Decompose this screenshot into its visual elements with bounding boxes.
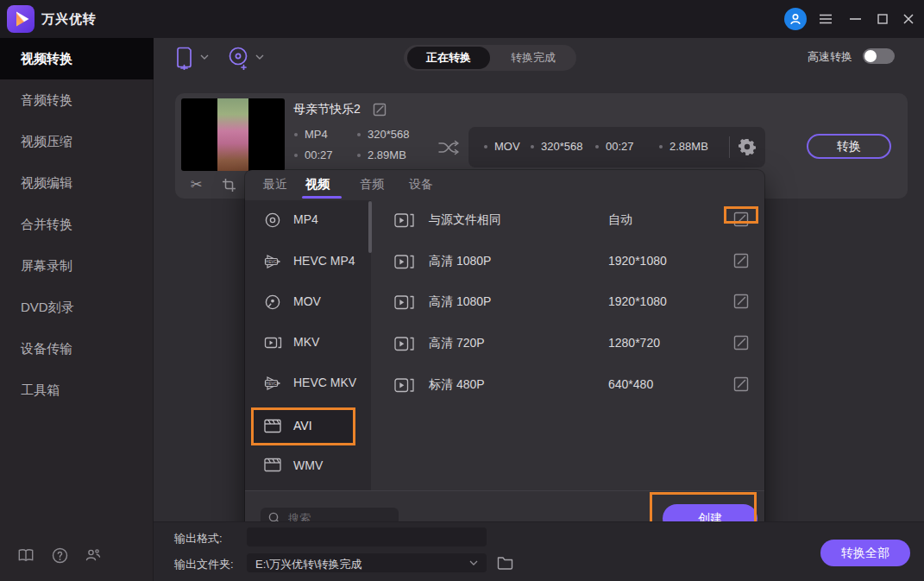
sidebar-item-toolbox[interactable]: 工具箱 [0,369,154,411]
target-duration: 00:27 [595,140,634,153]
app-window: 万兴优转 视频转换 音频转换 视频压缩 视频编辑 合并转换 屏幕录制 DVD刻录… [0,0,924,581]
target-size: 2.88MB [659,140,708,153]
disc-icon [264,212,281,229]
target-format: MOV [484,140,520,153]
format-row-mov[interactable]: MOV [245,282,371,323]
high-speed-toggle[interactable] [863,48,895,64]
preset-row-same-as-source[interactable]: 与源文件相同 自动 [371,200,764,241]
open-folder-icon[interactable] [497,555,513,570]
file-name: 母亲节快乐2 [293,102,361,117]
preset-row-hd1080-1[interactable]: 高清 1080P 1920*1080 [371,242,764,282]
sidebar-item-dvd-burn[interactable]: DVD刻录 [0,287,154,328]
source-duration: 00:27 [294,148,333,161]
sidebar-item-screen-record[interactable]: 屏幕录制 [0,245,154,287]
format-dropdown-panel: 最近 视频 音频 设备 MP4 HEVC HEVC MP4 MOV [245,170,764,544]
video-play-icon [394,377,415,394]
preset-row-hd720[interactable]: 高清 720P 1280*720 [371,324,764,364]
rename-icon[interactable] [373,103,387,117]
help-icon[interactable] [50,546,69,565]
community-icon[interactable] [83,546,102,565]
hevc-badge-icon: HEVC [264,375,281,392]
edit-preset-icon[interactable] [733,376,750,393]
user-avatar[interactable] [784,8,807,30]
sidebar-item-video-convert[interactable]: 视频转换 [0,38,154,79]
output-folder-select[interactable]: E:\万兴优转\转换完成 [247,553,487,572]
close-button[interactable] [899,9,918,28]
sidebar-item-device-transfer[interactable]: 设备传输 [0,328,154,369]
source-resolution: 320*568 [357,128,409,141]
output-format-label: 输出格式: [174,531,223,546]
add-dvd-chevron-icon[interactable] [255,54,264,60]
format-row-avi[interactable]: AVI [293,419,312,433]
divider [245,490,764,491]
format-row-hevc-mkv[interactable]: HEVC HEVC MKV [245,363,371,404]
minimize-button[interactable] [845,9,864,28]
video-camera-icon [264,334,281,351]
add-file-button[interactable] [176,47,196,70]
edit-preset-icon[interactable] [733,335,750,351]
hevc-badge-icon: HEVC [264,253,281,270]
panel-tab-device[interactable]: 设备 [409,177,433,193]
sidebar-item-video-compress[interactable]: 视频压缩 [0,121,154,162]
crop-icon[interactable] [223,179,236,192]
format-row-hevc-mp4[interactable]: HEVC HEVC MP4 [245,242,371,282]
sidebar-item-video-edit[interactable]: 视频编辑 [0,162,154,204]
format-row-mp4[interactable]: MP4 [245,200,371,241]
tab-finished[interactable]: 转换完成 [490,50,576,66]
output-folder-path: E:\万兴优转\转换完成 [255,557,362,572]
sidebar: 视频转换 音频转换 视频压缩 视频编辑 合并转换 屏幕录制 DVD刻录 设备传输… [0,38,154,581]
source-format: MP4 [294,128,328,141]
convert-all-button[interactable]: 转换全部 [820,540,910,566]
guide-book-icon[interactable] [16,546,35,565]
trim-scissors-icon[interactable]: ✂ [191,176,202,193]
format-row-mkv[interactable]: MKV [245,323,371,363]
panel-tab-audio[interactable]: 音频 [360,177,384,193]
edit-preset-icon[interactable] [733,294,750,310]
thumbnail-image [217,98,248,171]
app-logo-icon [7,5,35,33]
convert-button[interactable]: 转换 [807,134,891,159]
output-folder-label: 输出文件夹: [174,557,234,572]
output-info-bar: MOV 320*568 00:27 2.88MB [468,127,765,167]
source-size: 2.89MB [357,148,406,161]
add-dvd-button[interactable] [228,47,251,70]
sidebar-item-audio-convert[interactable]: 音频转换 [0,79,154,121]
preset-row-sd480[interactable]: 标清 480P 640*480 [371,365,764,406]
settings-gear-icon[interactable] [739,138,756,155]
divider [729,136,730,158]
video-play-icon [394,212,415,229]
video-thumbnail [181,98,285,171]
panel-tab-video[interactable]: 视频 [305,177,330,193]
clapperboard-icon [264,458,281,475]
panel-tab-recent[interactable]: 最近 [263,177,287,193]
add-file-chevron-icon[interactable] [200,54,209,60]
svg-text:HEVC: HEVC [266,260,277,264]
clapperboard-icon [264,419,281,436]
tab-converting[interactable]: 正在转换 [407,47,490,69]
format-row-wmv[interactable]: WMV [245,446,371,487]
active-tab-underline [302,196,342,199]
titlebar: 万兴优转 [0,0,924,38]
status-tabs: 正在转换 转换完成 [404,45,576,71]
menu-icon[interactable] [816,9,835,28]
target-resolution: 320*568 [531,140,582,153]
high-speed-label: 高速转换 [808,49,852,65]
highlight-box-edit [724,206,758,224]
app-title: 万兴优转 [41,0,97,38]
video-play-icon [394,294,415,311]
edit-preset-icon[interactable] [733,253,750,269]
svg-text:HEVC: HEVC [266,382,277,386]
disc-dot-icon [264,294,281,311]
toggle-knob [864,50,877,62]
sidebar-item-merge-convert[interactable]: 合并转换 [0,204,154,245]
video-play-icon [394,336,415,352]
maximize-button[interactable] [873,9,892,28]
highlight-box-avi: AVI [251,407,355,445]
video-play-icon [394,254,415,270]
chevron-down-icon [469,560,478,565]
shuffle-icon [438,140,461,155]
preset-row-hd1080-2[interactable]: 高清 1080P 1920*1080 [371,282,764,323]
output-format-field[interactable] [247,527,487,546]
